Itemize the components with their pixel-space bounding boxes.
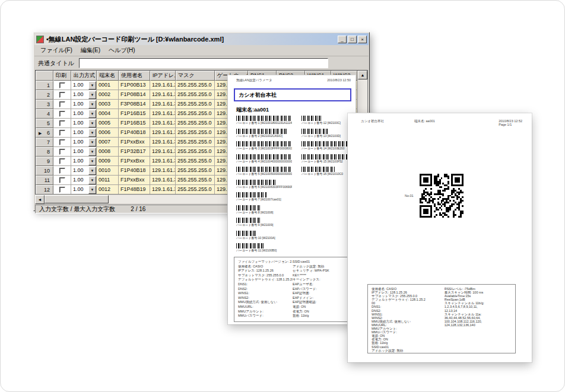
output-mode-cell[interactable]: 1.00▼ <box>71 138 97 147</box>
output-mode-cell[interactable]: 1.00▼ <box>71 81 97 90</box>
print-checkbox-cell[interactable] <box>53 138 71 147</box>
ip-address-cell[interactable]: 129.1.61.35 <box>150 147 176 157</box>
print-checkbox[interactable] <box>59 139 65 145</box>
terminal-name-cell[interactable]: 0011 <box>97 176 119 185</box>
terminal-name-cell[interactable]: 0008 <box>97 147 119 157</box>
output-mode-cell[interactable]: 1.00▼ <box>71 90 97 100</box>
ip-address-cell[interactable]: 129.1.61.36 <box>150 128 176 138</box>
user-name-cell[interactable]: F1P40B18 <box>119 166 150 176</box>
dropdown-button[interactable]: ▼ <box>88 138 96 146</box>
print-checkbox-cell[interactable] <box>53 109 71 119</box>
dropdown-button[interactable]: ▼ <box>88 167 96 175</box>
menu-file[interactable]: ファイル(F) <box>37 45 76 56</box>
ip-address-cell[interactable]: 129.1.61.30 <box>150 100 176 109</box>
ip-address-cell[interactable]: 129.1.61.36 <box>150 166 176 176</box>
dropdown-button[interactable]: ▼ <box>88 110 96 118</box>
terminal-name-cell[interactable]: 0006 <box>97 128 119 138</box>
dropdown-button[interactable]: ▼ <box>88 119 96 128</box>
mask-cell[interactable]: 255.255.255.0 <box>176 166 215 176</box>
menu-edit[interactable]: 編集(E) <box>77 45 104 56</box>
column-header[interactable]: マスク <box>176 71 215 81</box>
print-checkbox[interactable] <box>59 149 65 155</box>
scroll-left-button[interactable]: ◄ <box>35 195 45 204</box>
row-selector[interactable]: 10 <box>36 166 53 176</box>
print-checkbox[interactable] <box>59 177 65 183</box>
maximize-button[interactable]: □ <box>348 36 357 43</box>
row-selector[interactable]: 7 <box>36 138 53 147</box>
output-mode-cell[interactable]: 1.00▼ <box>71 185 97 195</box>
row-selector[interactable]: 5 <box>36 119 53 128</box>
print-checkbox[interactable] <box>59 82 65 88</box>
dropdown-button[interactable]: ▼ <box>88 91 96 99</box>
dropdown-button[interactable]: ▼ <box>88 81 96 90</box>
user-name-cell[interactable]: F1P48B19 <box>119 185 150 195</box>
print-checkbox[interactable] <box>59 111 65 117</box>
mask-cell[interactable]: 255.255.255.0 <box>176 109 215 119</box>
terminal-name-cell[interactable]: 0012 <box>97 185 119 195</box>
terminal-name-cell[interactable]: 0002 <box>97 90 119 100</box>
close-button[interactable]: × <box>358 36 367 43</box>
print-checkbox[interactable] <box>59 187 65 193</box>
print-checkbox-cell[interactable] <box>53 185 71 195</box>
print-checkbox[interactable] <box>59 101 65 107</box>
ip-address-cell[interactable]: 129.1.61.37 <box>150 176 176 185</box>
output-mode-cell[interactable]: 1.00▼ <box>71 166 97 176</box>
minimize-button[interactable]: _ <box>338 36 347 43</box>
mask-cell[interactable]: 255.255.255.0 <box>176 185 215 195</box>
dropdown-button[interactable]: ▼ <box>88 186 96 194</box>
output-mode-cell[interactable]: 1.00▼ <box>71 176 97 185</box>
ip-address-cell[interactable]: 129.1.61.36 <box>150 157 176 166</box>
terminal-name-cell[interactable]: 0009 <box>97 157 119 166</box>
output-mode-cell[interactable]: 1.00▼ <box>71 119 97 128</box>
user-name-cell[interactable]: F1P16B15 <box>119 119 150 128</box>
print-checkbox-cell[interactable] <box>53 119 71 128</box>
column-header[interactable]: 使用者名 <box>119 71 150 81</box>
print-checkbox[interactable] <box>59 130 65 136</box>
dropdown-button[interactable]: ▼ <box>88 176 96 184</box>
user-name-cell[interactable]: F1PxxBxx <box>119 138 150 147</box>
print-checkbox[interactable] <box>59 168 65 174</box>
ip-address-cell[interactable]: 129.1.61.31 <box>150 109 176 119</box>
column-header[interactable]: IPアドレス <box>150 71 176 81</box>
mask-cell[interactable]: 255.255.255.0 <box>176 138 215 147</box>
user-name-cell[interactable]: F1PxxBxx <box>119 157 150 166</box>
output-mode-cell[interactable]: 1.00▼ <box>71 100 97 109</box>
title-bar[interactable]: •無線LAN設定バーコード印刷ツール [D:¥wlanbarcode.xml] … <box>34 33 369 45</box>
print-checkbox[interactable] <box>59 120 65 126</box>
mask-cell[interactable]: 255.255.255.0 <box>176 100 215 109</box>
row-selector[interactable]: 3 <box>36 100 53 109</box>
ip-address-cell[interactable]: 129.1.61.37 <box>150 185 176 195</box>
print-checkbox-cell[interactable] <box>53 147 71 157</box>
row-selector[interactable]: 1 <box>36 81 53 90</box>
terminal-name-cell[interactable]: 0001 <box>97 81 119 90</box>
common-title-input[interactable] <box>79 58 328 68</box>
row-selector[interactable]: 11 <box>36 176 53 185</box>
ip-address-cell[interactable]: 129.1.61.30 <box>150 90 176 100</box>
user-name-cell[interactable]: F1P08B14 <box>119 90 150 100</box>
print-checkbox-cell[interactable] <box>53 157 71 166</box>
mask-cell[interactable]: 255.255.255.0 <box>176 90 215 100</box>
mask-cell[interactable]: 255.255.255.0 <box>176 128 215 138</box>
print-checkbox-cell[interactable] <box>53 176 71 185</box>
print-checkbox[interactable] <box>59 158 65 164</box>
row-selector[interactable]: 8 <box>36 147 53 157</box>
row-selector[interactable]: 12 <box>36 185 53 195</box>
row-selector[interactable]: 2 <box>36 90 53 100</box>
user-name-cell[interactable]: F1P16B15 <box>119 109 150 119</box>
row-selector[interactable]: ▶6 <box>36 128 53 138</box>
print-checkbox-cell[interactable] <box>53 166 71 176</box>
ip-address-cell[interactable]: 129.1.61.36 <box>150 119 176 128</box>
mask-cell[interactable]: 255.255.255.0 <box>176 157 215 166</box>
mask-cell[interactable]: 255.255.255.0 <box>176 147 215 157</box>
dropdown-button[interactable]: ▼ <box>88 157 96 165</box>
user-name-cell[interactable]: F1P32B17 <box>119 147 150 157</box>
column-header[interactable]: 端末名 <box>97 71 119 81</box>
ip-address-cell[interactable]: 129.1.61.29 <box>150 81 176 90</box>
output-mode-cell[interactable]: 1.00▼ <box>71 147 97 157</box>
output-mode-cell[interactable]: 1.00▼ <box>71 109 97 119</box>
print-checkbox[interactable] <box>59 92 65 98</box>
user-name-cell[interactable]: F3P08B14 <box>119 100 150 109</box>
terminal-name-cell[interactable]: 0004 <box>97 109 119 119</box>
print-checkbox-cell[interactable] <box>53 128 71 138</box>
user-name-cell[interactable]: F1PxxBxx <box>119 176 150 185</box>
